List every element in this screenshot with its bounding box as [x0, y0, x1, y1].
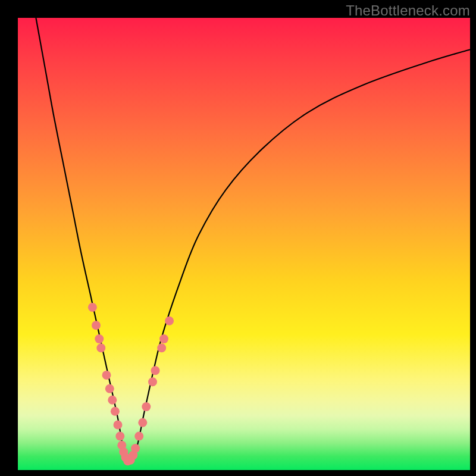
highlight-dot [105, 384, 114, 393]
highlight-dot [108, 396, 117, 405]
highlight-dot [88, 303, 97, 312]
highlight-dot [102, 371, 111, 380]
highlight-dot [92, 321, 101, 330]
highlight-dot [95, 334, 104, 343]
curve-layer [18, 18, 470, 470]
bottleneck-curve [36, 18, 470, 464]
highlight-dot [115, 432, 124, 441]
plot-area [18, 18, 470, 470]
highlight-dot [114, 421, 123, 430]
highlight-dot [165, 317, 174, 325]
highlight-dots [88, 303, 174, 465]
highlight-dot [157, 343, 166, 352]
highlight-dot [111, 407, 120, 416]
highlight-dot [131, 444, 140, 453]
highlight-dot [96, 343, 105, 352]
chart-frame: TheBottleneck.com [0, 0, 476, 476]
highlight-dot [151, 366, 160, 375]
highlight-dot [138, 418, 147, 427]
highlight-dot [134, 432, 143, 441]
highlight-dot [142, 402, 151, 411]
highlight-dot [159, 334, 168, 343]
highlight-dot [148, 377, 157, 386]
watermark-text: TheBottleneck.com [346, 2, 470, 19]
